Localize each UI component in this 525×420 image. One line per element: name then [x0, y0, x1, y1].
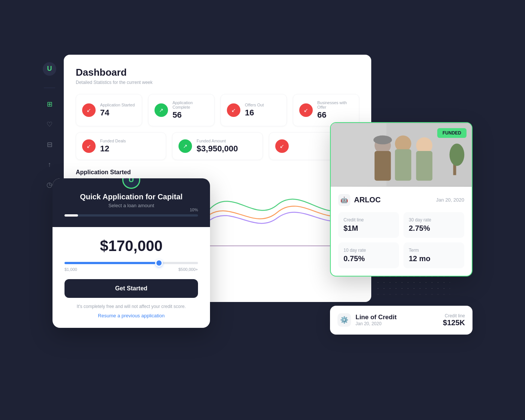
loc-right: Credit line $125K [443, 313, 465, 327]
arloc-header-row: 🤖 ARLOC Jan 20, 2020 [338, 194, 464, 206]
svg-rect-3 [375, 151, 391, 181]
stat-label: Offers Out [245, 103, 280, 107]
trend-icon-up: ↗ [178, 139, 192, 153]
loc-left: ⚙️ Line of Credit Jan 20, 2020 [338, 313, 397, 327]
loc-name: Line of Credit [356, 314, 397, 321]
loc-info: Line of Credit Jan 20, 2020 [356, 314, 397, 326]
stats-row-1: ↙ Application Started 74 ↗ Application C… [76, 94, 359, 126]
stat-value: $3,950,000 [196, 144, 256, 154]
arloc-card: FUNDED 🤖 ARLOC Jan 20, 2020 Credit line … [330, 122, 472, 277]
get-started-button[interactable]: Get Started [64, 279, 198, 298]
arloc-stats-grid: Credit line $1M 30 day rate 2.75% 10 day… [338, 212, 464, 268]
arloc-body: 🤖 ARLOC Jan 20, 2020 Credit line $1M 30 … [331, 187, 472, 276]
line-of-credit-card: ⚙️ Line of Credit Jan 20, 2020 Credit li… [330, 306, 472, 335]
trend-icon-down: ↙ [82, 103, 96, 117]
slider-max-label: $500,000+ [178, 267, 198, 272]
arloc-icon: 🤖 [338, 194, 350, 206]
svg-rect-8 [416, 151, 433, 181]
slider-track [64, 262, 198, 264]
quick-app-logo: U [122, 178, 140, 189]
stat-label: Credit line [344, 217, 394, 223]
sidebar-item-favorites[interactable]: ♡ [46, 120, 52, 129]
stat-value: 12 [100, 144, 160, 154]
arloc-image: FUNDED [331, 123, 472, 187]
loan-amount-display: $170,000 [64, 238, 198, 254]
stat-value: 66 [317, 110, 353, 120]
sidebar-item-analytics[interactable]: ↑ [48, 161, 51, 169]
quick-application-card: U Quick Application for Capital Select a… [52, 178, 210, 328]
stat-card-funded-deals: ↙ Funded Deals 12 [76, 132, 166, 160]
svg-point-4 [374, 135, 392, 144]
loc-icon: ⚙️ [338, 313, 351, 327]
logo-text: U [129, 178, 134, 184]
loc-credit-value: $125K [443, 318, 465, 327]
free-note: It's completely free and will not affect… [64, 304, 198, 309]
stat-card-application-complete: ↗ Application Complete 56 [148, 94, 214, 126]
sidebar-logo[interactable]: U [43, 62, 56, 76]
stat-value: 56 [172, 110, 208, 120]
sidebar-item-reports[interactable]: ⊟ [47, 140, 52, 149]
loc-date: Jan 20, 2020 [356, 321, 397, 326]
svg-point-10 [450, 143, 465, 166]
stat-label: Funded Deals [100, 139, 160, 143]
progress-percent: 10% [190, 208, 198, 212]
chart-title: Application Started [76, 169, 359, 176]
trend-icon-down: ↙ [227, 103, 240, 117]
trend-icon-up: ↗ [154, 103, 168, 117]
svg-rect-6 [395, 149, 411, 181]
stat-label: Application Started [100, 103, 136, 107]
quick-app-title: Quick Application for Capital [64, 193, 198, 201]
quick-app-subtitle: Select a loan amount [64, 203, 198, 208]
stat-label: 30 day rate [409, 217, 459, 223]
stat-value: 74 [100, 108, 136, 118]
page-subtitle: Detailed Statistics for the current week [76, 80, 359, 85]
stat-card-businesses-with-offer: ↙ Businesses with Offer 66 [293, 94, 359, 126]
arloc-stat-term: Term 12 mo [404, 242, 464, 268]
stat-card-funded-amount: ↗ Funded Amount $3,950,000 [172, 132, 262, 160]
trend-icon-down: ↙ [82, 139, 96, 153]
sidebar-divider [44, 88, 55, 88]
sidebar-item-history[interactable]: ◷ [46, 181, 52, 189]
stat-card-offers-out: ↙ Offers Out 16 [220, 94, 287, 126]
stat-value: 0.75% [344, 254, 394, 263]
trend-icon-down: ↙ [275, 139, 289, 153]
arloc-name-row: 🤖 ARLOC [338, 194, 381, 206]
stat-label: Businesses with Offer [317, 100, 353, 109]
funded-badge: FUNDED [437, 128, 466, 138]
sidebar-item-dashboard[interactable]: ⊞ [47, 100, 52, 108]
arloc-stat-30-day-rate: 30 day rate 2.75% [404, 212, 464, 238]
trend-icon-down: ↙ [299, 103, 313, 117]
stat-value: $1M [344, 224, 394, 233]
arloc-date: Jan 20, 2020 [436, 197, 464, 203]
slider-fill [64, 262, 155, 264]
resume-link[interactable]: Resume a previous application [98, 313, 165, 318]
stat-label: Application Complete [172, 100, 208, 109]
stat-label: Term [409, 248, 459, 253]
stat-label: 10 day rate [344, 248, 394, 253]
stats-row-2: ↙ Funded Deals 12 ↗ Funded Amount $3,950… [76, 132, 359, 160]
arloc-stat-10-day-rate: 10 day rate 0.75% [338, 242, 399, 268]
slider-min-label: $1,000 [64, 267, 77, 272]
slider-labels: $1,000 $500,000+ [64, 267, 198, 272]
stat-value: 12 mo [409, 254, 459, 263]
quick-app-body: $170,000 $1,000 $500,000+ Get Started It… [52, 227, 210, 328]
progress-fill [64, 214, 78, 217]
loan-slider-container[interactable] [64, 262, 198, 264]
logo-icon: U [47, 65, 52, 73]
stat-label: Funded Amount [196, 139, 256, 143]
slider-thumb [155, 259, 163, 267]
stat-value: 2.75% [409, 224, 459, 233]
stat-value: 16 [245, 108, 280, 118]
progress-bar: 10% [64, 214, 198, 217]
stat-card-application-started: ↙ Application Started 74 [76, 94, 142, 126]
quick-app-header: U Quick Application for Capital Select a… [52, 178, 210, 227]
arloc-name: ARLOC [354, 196, 381, 204]
loc-credit-label: Credit line [443, 313, 465, 318]
page-title: Dashboard [76, 67, 359, 78]
arloc-stat-credit-line: Credit line $1M [338, 212, 399, 238]
